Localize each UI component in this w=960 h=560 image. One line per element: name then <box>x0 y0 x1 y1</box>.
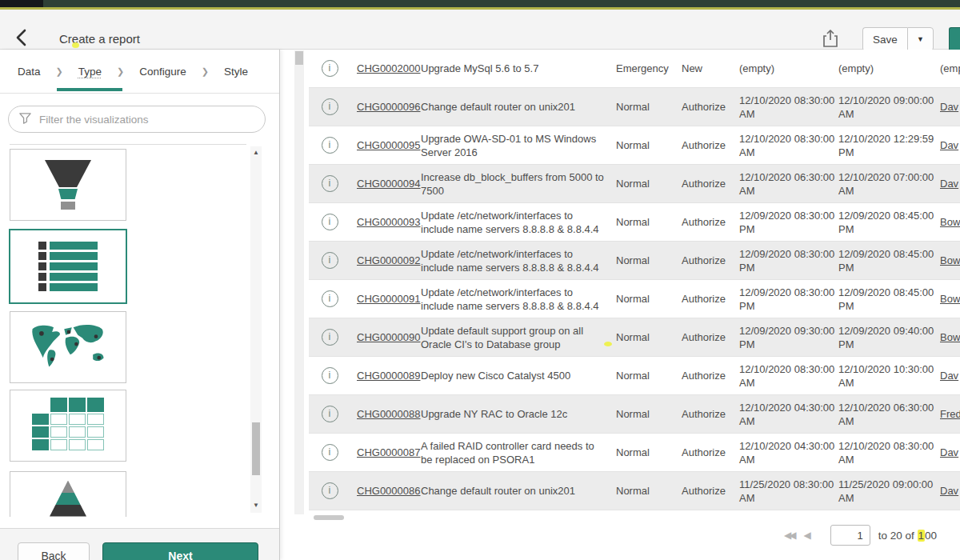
previous-page-icon[interactable]: ◀ <box>803 530 810 541</box>
next-button[interactable]: Next <box>102 542 258 560</box>
page-number-input[interactable] <box>830 525 870 546</box>
planned-start-date: 12/09/2020 08:30:00 PM <box>739 247 837 274</box>
table-row[interactable]: iCHG0000091Update /etc/network/interface… <box>309 280 960 318</box>
info-icon[interactable]: i <box>322 137 338 154</box>
record-number-link[interactable]: CHG0000092 <box>357 254 421 266</box>
info-icon[interactable]: i <box>322 98 338 115</box>
viz-scrollbar-thumb[interactable] <box>252 422 260 475</box>
planned-end-date: 11/25/2020 09:00:00 AM <box>837 478 938 505</box>
record-number-link[interactable]: CHG0000090 <box>357 331 421 343</box>
table-row[interactable]: iCHG0002000Upgrade MySql 5.6 to 5.7Emerg… <box>309 50 960 88</box>
page-title: Create a report <box>59 32 140 46</box>
assigned-to-link[interactable]: Bow <box>940 216 960 228</box>
save-caret-down-icon[interactable]: ▼ <box>907 27 934 51</box>
record-number-link[interactable]: CHG0002000 <box>357 62 421 74</box>
record-number-link[interactable]: CHG0000087 <box>357 446 421 458</box>
table-row[interactable]: iCHG0000093Update /etc/network/interface… <box>309 203 960 242</box>
assigned-to-link[interactable]: Dav <box>940 446 958 458</box>
save-split-button: Save ▼ <box>862 27 934 51</box>
assigned-to-link[interactable]: Dav <box>940 178 958 190</box>
viz-card-pivot-table[interactable] <box>10 390 126 462</box>
save-button[interactable]: Save <box>862 27 907 51</box>
wizard-step-data[interactable]: Data <box>18 66 41 78</box>
clipped-primary-button[interactable] <box>949 27 960 51</box>
table-row[interactable]: iCHG0000086Change default router on unix… <box>309 472 960 510</box>
table-row[interactable]: iCHG0000092Update /etc/network/interface… <box>309 242 960 280</box>
assigned-to-link[interactable]: Dav <box>940 101 958 113</box>
table-row[interactable]: iCHG0000088Upgrade NY RAC to Oracle 12cN… <box>309 395 960 434</box>
info-icon[interactable]: i <box>322 444 338 461</box>
viz-card-funnel[interactable] <box>10 149 126 221</box>
wizard-step-configure[interactable]: Configure <box>139 66 186 78</box>
record-number-link[interactable]: CHG0000093 <box>357 216 421 228</box>
short-description: Upgrade MySql 5.6 to 5.7 <box>421 62 611 75</box>
record-number-link[interactable]: CHG0000096 <box>357 101 421 113</box>
table-row[interactable]: iCHG0000089Deploy new Cisco Catalyst 450… <box>309 357 960 395</box>
assigned-to-link[interactable]: Bow <box>940 331 960 343</box>
page-header: Create a report Save ▼ <box>0 10 960 50</box>
info-icon[interactable]: i <box>322 175 338 192</box>
table-row[interactable]: iCHG0000087A failed RAID controller card… <box>309 434 960 472</box>
pyramid-chart-icon <box>50 481 86 517</box>
filter-box <box>8 106 266 133</box>
planned-start-date: 12/10/2020 04:30:00 AM <box>739 439 837 466</box>
wizard-panel: Data❯Type❯Configure❯Style ▲ ▼ Back Next <box>0 50 280 560</box>
wizard-step-type[interactable]: Type <box>78 66 102 78</box>
share-icon[interactable] <box>822 29 840 50</box>
highlighted-digit: 1 <box>918 530 926 542</box>
short-description: Deploy new Cisco Catalyst 4500 <box>421 369 611 382</box>
viz-card-list[interactable] <box>9 229 127 304</box>
back-button[interactable]: Back <box>18 542 90 560</box>
state-value: New <box>675 62 739 75</box>
short-description: Increase db_block_buffers from 5000 to 7… <box>421 170 611 198</box>
info-icon[interactable]: i <box>322 214 338 230</box>
planned-end-date: 12/10/2020 06:30:00 AM <box>837 401 938 428</box>
viz-card-world-map[interactable] <box>10 311 126 383</box>
assigned-to-link[interactable]: Dav <box>940 485 958 497</box>
table-row[interactable]: iCHG0000090Update default support group … <box>309 318 960 357</box>
viz-card-pyramid[interactable] <box>10 471 126 517</box>
record-number-link[interactable]: CHG0000094 <box>357 178 421 190</box>
filter-visualizations-input[interactable] <box>39 114 255 126</box>
cursor-highlight-dot <box>72 42 79 48</box>
assigned-to-link[interactable]: Fred <box>940 408 960 420</box>
scroll-up-icon[interactable]: ▲ <box>250 147 262 157</box>
info-icon[interactable]: i <box>322 329 338 346</box>
first-page-icon[interactable]: ◀◀ <box>784 530 794 541</box>
table-vertical-scrollbar[interactable] <box>294 50 304 514</box>
assigned-to-link[interactable]: Dav <box>940 139 958 151</box>
row-range-label: to 20 of 100 <box>878 530 937 542</box>
planned-end-date: 12/10/2020 09:00:00 AM <box>837 94 938 121</box>
table-horizontal-scrollbar-thumb[interactable] <box>314 515 344 520</box>
funnel-chart-icon <box>45 160 91 210</box>
record-number-link[interactable]: CHG0000086 <box>357 485 421 497</box>
browser-topbar <box>0 0 960 10</box>
breadcrumb: Data❯Type❯Configure❯Style <box>0 50 280 94</box>
short-description: Change default router on unix201 <box>421 484 611 498</box>
table-row[interactable]: iCHG0000094Increase db_block_buffers fro… <box>309 165 960 203</box>
table-vertical-scrollbar-thumb[interactable] <box>295 51 303 65</box>
info-icon[interactable]: i <box>322 290 338 307</box>
back-chevron-icon[interactable] <box>14 29 30 48</box>
table-row[interactable]: iCHG0000095Upgrade OWA-SD-01 to MS Windo… <box>309 126 960 165</box>
planned-end-date: 12/09/2020 08:45:00 PM <box>837 286 938 313</box>
short-description: Update /etc/network/interfaces to includ… <box>421 247 611 274</box>
record-number-link[interactable]: CHG0000089 <box>357 370 421 382</box>
assigned-to-link[interactable]: Dav <box>940 370 958 382</box>
record-number-link[interactable]: CHG0000088 <box>357 408 421 420</box>
scroll-down-icon[interactable]: ▼ <box>250 500 262 510</box>
assigned-to-link[interactable]: Bow <box>940 293 960 305</box>
priority-value: Normal <box>611 215 675 229</box>
record-number-link[interactable]: CHG0000091 <box>357 293 421 305</box>
pagination: ◀◀ ◀ to 20 of 100 <box>784 523 937 547</box>
info-icon[interactable]: i <box>322 60 338 77</box>
wizard-step-style[interactable]: Style <box>224 66 248 78</box>
assigned-to-link[interactable]: Bow <box>940 254 960 266</box>
info-icon[interactable]: i <box>322 252 338 269</box>
info-icon[interactable]: i <box>322 406 338 422</box>
record-number-link[interactable]: CHG0000095 <box>357 139 421 151</box>
planned-end-date: 12/09/2020 08:45:00 PM <box>837 209 938 236</box>
table-row[interactable]: iCHG0000096Change default router on unix… <box>309 88 960 126</box>
info-icon[interactable]: i <box>322 482 338 499</box>
info-icon[interactable]: i <box>322 367 338 384</box>
